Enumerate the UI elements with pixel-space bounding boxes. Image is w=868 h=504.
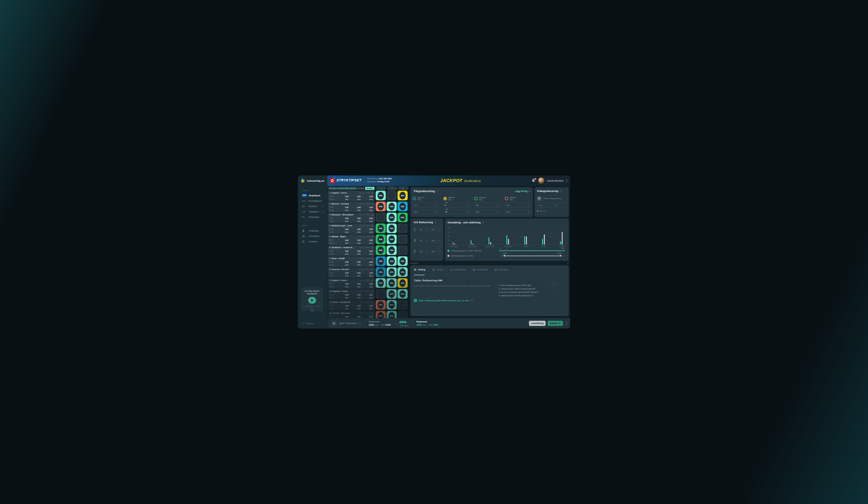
- pick-tile-x[interactable]: 50%: [386, 213, 397, 222]
- slider-handle[interactable]: [499, 250, 501, 252]
- collapse-button[interactable]: Collapse: [302, 322, 314, 325]
- pick-tile-1[interactable]: 50%: [376, 223, 386, 233]
- min-dropdown[interactable]: Min: [418, 249, 429, 254]
- pick-tile-x[interactable]: 33%: [386, 267, 397, 277]
- pick-tile-2[interactable]: 50%: [397, 191, 407, 200]
- submit-button[interactable]: Submit: [548, 321, 563, 326]
- pick-tile-x[interactable]: X: [386, 191, 397, 200]
- pick-tile-2[interactable]: 33%: [397, 278, 407, 288]
- activate-color-cyan-radio[interactable]: [413, 197, 416, 200]
- match-card[interactable]: 5 Millwall - Wigan Dec 12 - 20:00| Odds …: [328, 234, 375, 245]
- pick-tile-x[interactable]: 33%: [386, 202, 397, 211]
- max-dropdown[interactable]: Max: [505, 209, 531, 214]
- pick-tile-2[interactable]: 2: [397, 223, 407, 233]
- stats-icon[interactable]: [372, 258, 373, 259]
- tab-omsattning[interactable]: Omsättning: [473, 269, 488, 271]
- match-card[interactable]: 3 Blackpool - Birmingham Dec 12 - 20:00|…: [328, 213, 375, 223]
- percent-toggle[interactable]: Percent: [356, 187, 365, 190]
- sidebar-item-andelslag[interactable]: Andelslag: [298, 228, 328, 233]
- pick-tile-2[interactable]: 33%: [397, 256, 407, 266]
- pick-tile-2[interactable]: 2: [397, 300, 407, 309]
- sidebar-item-topptipset[interactable]: TOP Topptipset: [298, 209, 328, 214]
- max-dropdown[interactable]: Max: [430, 249, 441, 254]
- pick-tile-x[interactable]: 33%: [386, 278, 397, 288]
- info-icon[interactable]: i: [436, 190, 438, 192]
- slider-handle[interactable]: [559, 255, 561, 257]
- pick-tile-x[interactable]: 50%: [386, 223, 397, 233]
- pick-tile-1[interactable]: 50%: [376, 300, 386, 309]
- pick-tile-2[interactable]: 33%: [397, 267, 407, 277]
- sidebar-item-anvandare[interactable]: Användare: [298, 233, 328, 239]
- max-input[interactable]: Max: [552, 203, 566, 208]
- slider-handle[interactable]: [563, 250, 565, 252]
- match-card[interactable]: 2 Marocko - Portugal Dec 12 - 20:00| Odd…: [328, 202, 375, 212]
- sidebar-item-powerplay[interactable]: PC Powerplay: [298, 214, 328, 220]
- pick-tile-1[interactable]: 1: [376, 289, 386, 299]
- pick-tile-x[interactable]: 33%: [386, 256, 397, 266]
- max-dropdown[interactable]: Max: [430, 227, 441, 232]
- match-card[interactable]: 10 England - France Dec 12 - 20:00| Odds…: [328, 289, 375, 300]
- info-icon[interactable]: i: [359, 322, 361, 325]
- notifications-bell-icon[interactable]: 4: [531, 178, 536, 183]
- tab-harry-boy[interactable]: Harry Boy: [495, 269, 508, 271]
- add-color-button[interactable]: Lägg till färg+: [515, 190, 530, 193]
- play-together-icon[interactable]: [331, 321, 337, 326]
- stats-icon[interactable]: [372, 225, 373, 227]
- pick-tile-2[interactable]: 50%: [397, 289, 407, 299]
- match-card[interactable]: 9 England - France Dec 12 - 20:00| Odds …: [328, 278, 375, 289]
- stats-icon[interactable]: [372, 214, 373, 216]
- number-toggle[interactable]: Number: [365, 187, 374, 190]
- sidebar-item-bomben[interactable]: BC Bomben: [298, 203, 328, 209]
- pick-tile-2[interactable]: 2: [397, 245, 407, 255]
- min-dropdown[interactable]: Min: [413, 203, 439, 207]
- activate-color-orange-radio[interactable]: [505, 197, 508, 200]
- pick-tile-2[interactable]: 50%: [397, 213, 407, 222]
- close-icon[interactable]: ✕: [310, 308, 314, 312]
- tab-tavling[interactable]: Tävling: [414, 269, 425, 271]
- stats-icon[interactable]: [372, 192, 373, 194]
- liverattning-button[interactable]: Liverättning: [529, 321, 546, 326]
- brand-area[interactable]: reducering.se: [298, 176, 328, 186]
- stats-icon[interactable]: [372, 280, 373, 281]
- analytics-strip[interactable]: Analytics: [410, 262, 569, 264]
- delta-checkbox[interactable]: [414, 299, 417, 302]
- pick-tile-1[interactable]: 33%: [376, 278, 386, 288]
- activate-color-yellow-radio[interactable]: [443, 197, 447, 200]
- pick-tile-1[interactable]: 50%: [376, 245, 386, 255]
- pick-tile-x[interactable]: 50%: [386, 234, 397, 244]
- pick-tile-2[interactable]: 33%: [397, 202, 407, 211]
- min-dropdown[interactable]: Min: [418, 238, 429, 243]
- pick-tile-1[interactable]: 33%: [376, 267, 386, 277]
- pick-tile-x[interactable]: 50%: [386, 289, 397, 299]
- match-card[interactable]: 11 Exeter - Sheffield W Dec 12 - 20:00| …: [328, 300, 375, 311]
- header-kebab-menu-icon[interactable]: [566, 179, 568, 183]
- max-dropdown[interactable]: Max: [413, 209, 439, 214]
- pick-tile-x[interactable]: 50%: [386, 300, 397, 309]
- sidebar-item-analyser[interactable]: Analyser: [298, 239, 328, 244]
- bottom-kebab-menu-icon[interactable]: [566, 322, 568, 325]
- max-dropdown[interactable]: Max: [474, 209, 500, 214]
- pick-tile-1[interactable]: 33%: [376, 202, 386, 211]
- min-dropdown[interactable]: Min: [474, 203, 500, 207]
- pick-tile-x[interactable]: 50%: [386, 245, 397, 255]
- sidebar-item-europatipset[interactable]: EUR Europatipset: [298, 198, 328, 203]
- max-dropdown[interactable]: Max13: [443, 209, 469, 214]
- play-button[interactable]: [308, 297, 316, 304]
- avatar[interactable]: [538, 177, 545, 184]
- max-dropdown[interactable]: Max: [430, 238, 441, 243]
- tab-streckvarde[interactable]: Streckvärde: [450, 269, 466, 271]
- info-icon[interactable]: i: [560, 190, 562, 192]
- stats-icon[interactable]: [372, 312, 373, 314]
- sidebar-item-stryktipset[interactable]: STR Stryktipset: [298, 193, 328, 198]
- match-card[interactable]: 7 Stoke - Cardiff Dec 12 - 20:00| Odds 3…: [328, 256, 375, 267]
- match-card[interactable]: 4 Middlesbrough - Luton Dec 12 - 20:00| …: [328, 223, 375, 234]
- pick-tile-1[interactable]: 1: [376, 213, 386, 222]
- slider-handle[interactable]: [504, 255, 505, 257]
- pick-tile-2[interactable]: 2: [397, 234, 407, 244]
- stats-icon[interactable]: [372, 203, 373, 204]
- pick-tile-1[interactable]: 50%: [376, 234, 386, 244]
- min-dropdown[interactable]: Min: [505, 203, 531, 207]
- match-card[interactable]: 1 England - France Dec 12 - 20:00| Odds …: [328, 191, 375, 201]
- min-dropdown[interactable]: Min: [418, 227, 429, 232]
- poang-toggle[interactable]: P: [537, 196, 541, 201]
